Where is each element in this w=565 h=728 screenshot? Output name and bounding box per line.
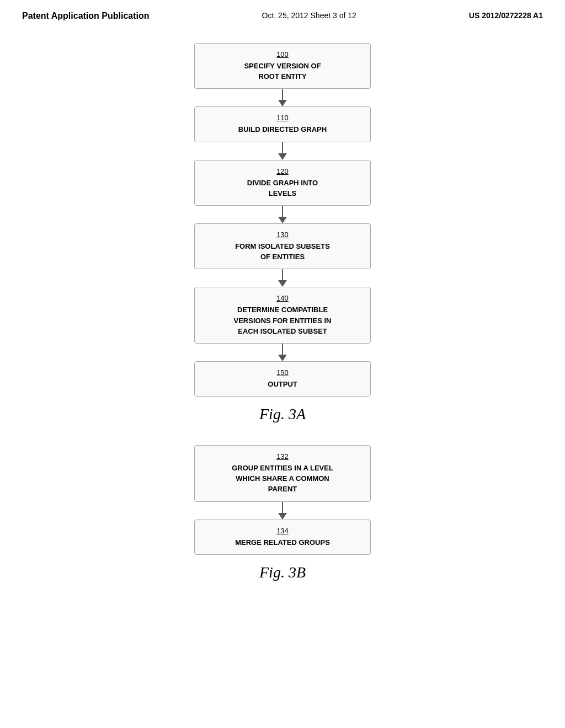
box-number-134: 134 (206, 527, 359, 535)
flowchart-box-150: 150 OUTPUT (194, 361, 371, 397)
fig3b-section: 132 GROUP ENTITIES IN A LEVELWHICH SHARE… (22, 445, 543, 592)
arrow-stem-4 (282, 269, 283, 280)
box-text-100: SPECIFY VERSION OFROOT ENTITY (244, 62, 321, 81)
flowchart-box-120: 120 DIVIDE GRAPH INTOLEVELS (194, 160, 371, 206)
box-text-110: BUILD DIRECTED GRAPH (238, 125, 327, 133)
arrow-stem-3 (282, 206, 283, 217)
flowchart-box-132: 132 GROUP ENTITIES IN A LEVELWHICH SHARE… (194, 445, 371, 502)
flowchart-box-134: 134 MERGE RELATED GROUPS (194, 520, 371, 555)
box-number-140: 140 (206, 294, 359, 302)
box-number-100: 100 (206, 50, 359, 58)
flowchart-box-130: 130 FORM ISOLATED SUBSETSOF ENTITIES (194, 223, 371, 269)
arrow-stem-6 (282, 502, 283, 513)
box-number-110: 110 (206, 114, 359, 122)
arrow-stem-1 (282, 89, 283, 100)
flowchart-box-100: 100 SPECIFY VERSION OFROOT ENTITY (194, 43, 371, 89)
box-number-150: 150 (206, 368, 359, 377)
arrow-head-4 (278, 280, 287, 287)
arrow-1 (278, 89, 287, 106)
arrow-4 (278, 269, 287, 287)
box-number-120: 120 (206, 167, 359, 175)
box-number-132: 132 (206, 452, 359, 461)
diagram-container: 100 SPECIFY VERSION OFROOT ENTITY 110 BU… (22, 43, 543, 592)
box-text-120: DIVIDE GRAPH INTOLEVELS (247, 179, 318, 197)
arrow-head-6 (278, 513, 287, 520)
box-text-134: MERGE RELATED GROUPS (235, 538, 330, 547)
fig3a-label: Fig. 3A (259, 405, 306, 423)
arrow-head-1 (278, 100, 287, 106)
box-text-132: GROUP ENTITIES IN A LEVELWHICH SHARE A C… (232, 464, 333, 493)
arrow-2 (278, 142, 287, 160)
box-text-150: OUTPUT (268, 380, 297, 388)
box-text-130: FORM ISOLATED SUBSETSOF ENTITIES (235, 242, 330, 261)
arrow-6 (278, 502, 287, 520)
arrow-stem-5 (282, 344, 283, 355)
box-text-140: DETERMINE COMPATIBLEVERSIONS FOR ENTITIE… (234, 306, 332, 335)
arrow-stem-2 (282, 142, 283, 153)
arrow-5 (278, 344, 287, 361)
flowchart-box-140: 140 DETERMINE COMPATIBLEVERSIONS FOR ENT… (194, 287, 371, 344)
fig3a-section: 100 SPECIFY VERSION OFROOT ENTITY 110 BU… (22, 43, 543, 434)
header-date-sheet: Oct. 25, 2012 Sheet 3 of 12 (262, 11, 356, 20)
fig3b-label: Fig. 3B (259, 564, 306, 581)
box-number-130: 130 (206, 231, 359, 239)
arrow-head-5 (278, 355, 287, 361)
header-title: Patent Application Publication (22, 11, 150, 21)
page-header: Patent Application Publication Oct. 25, … (22, 11, 543, 26)
arrow-head-3 (278, 217, 287, 223)
header-patent-number: US 2012/0272228 A1 (469, 11, 543, 20)
flowchart-box-110: 110 BUILD DIRECTED GRAPH (194, 106, 371, 142)
arrow-3 (278, 206, 287, 223)
page: Patent Application Publication Oct. 25, … (0, 0, 565, 728)
arrow-head-2 (278, 153, 287, 160)
